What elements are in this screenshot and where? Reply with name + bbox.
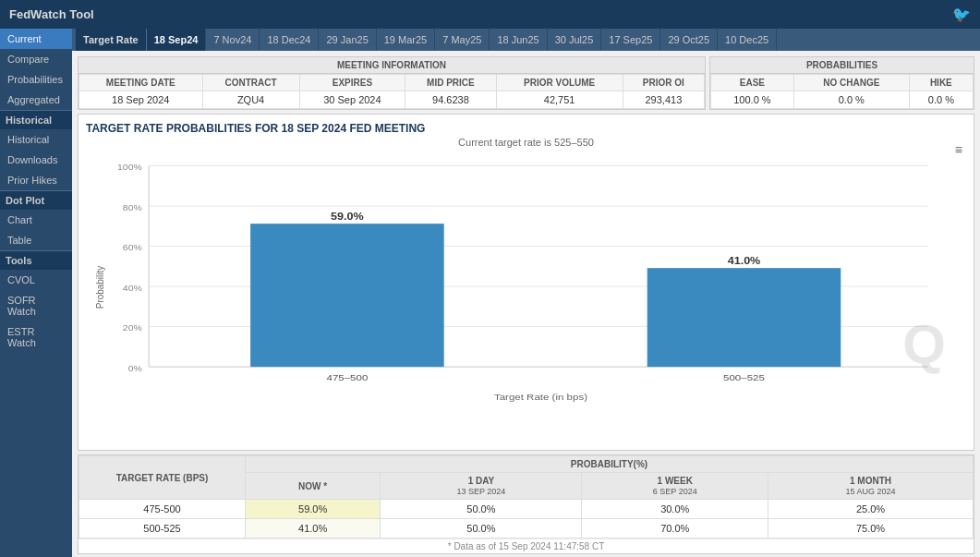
day1-500-525: 50.0% bbox=[381, 519, 582, 539]
svg-text:40%: 40% bbox=[123, 283, 142, 292]
probabilities-table: EASE NO CHANGE HIKE 100.0 % 0.0 % 0.0 % bbox=[710, 74, 974, 109]
ease-val: 100.0 % bbox=[711, 91, 794, 109]
tab-29jan25[interactable]: 29 Jan25 bbox=[319, 29, 376, 51]
bar-chart-svg: Probability 100% 80% 60% 40% 20% 0% bbox=[86, 153, 957, 421]
svg-text:Probability: Probability bbox=[93, 265, 105, 309]
col-expires: EXPIRES bbox=[299, 75, 405, 91]
tab-18dec24[interactable]: 18 Dec24 bbox=[260, 29, 319, 51]
col-1day: 1 DAY13 SEP 2024 bbox=[381, 473, 582, 500]
tab-17sep25[interactable]: 17 Sep25 bbox=[601, 29, 660, 51]
tab-18jun25[interactable]: 18 Jun25 bbox=[490, 29, 547, 51]
col-meeting-date: MEETING DATE bbox=[79, 75, 203, 91]
svg-text:80%: 80% bbox=[123, 202, 142, 212]
bottom-prob-table: TARGET RATE (BPS) PROBABILITY(%) NOW * 1… bbox=[79, 455, 974, 539]
day1-475-500: 50.0% bbox=[381, 500, 582, 519]
col-now: NOW * bbox=[246, 473, 381, 500]
tab-10dec25[interactable]: 10 Dec25 bbox=[718, 29, 777, 51]
bar-500-525 bbox=[647, 268, 841, 367]
sidebar-item-current[interactable]: Current bbox=[0, 29, 72, 49]
sidebar-item-cvol[interactable]: CVOL bbox=[0, 270, 72, 290]
probabilities-title: PROBABILITIES bbox=[710, 57, 974, 74]
tab-29oct25[interactable]: 29 Oct25 bbox=[660, 29, 718, 51]
col-prior-oi: PRIOR OI bbox=[623, 75, 704, 91]
sidebar-item-downloads[interactable]: Downloads bbox=[0, 150, 72, 170]
app-title: FedWatch Tool bbox=[9, 7, 94, 21]
mid-price-val: 94.6238 bbox=[405, 91, 496, 109]
chart-container: TARGET RATE PROBABILITIES FOR 18 SEP 202… bbox=[78, 114, 974, 451]
sidebar-item-probabilities[interactable]: Probabilities bbox=[0, 69, 72, 90]
week1-475-500: 30.0% bbox=[582, 500, 768, 519]
svg-text:100%: 100% bbox=[117, 163, 142, 172]
tab-19mar25[interactable]: 19 Mar25 bbox=[377, 29, 435, 51]
month1-475-500: 25.0% bbox=[768, 500, 974, 519]
col-1month: 1 MONTH15 AUG 2024 bbox=[768, 473, 974, 500]
col-target-rate: TARGET RATE (BPS) bbox=[79, 456, 246, 500]
meeting-date-val: 18 Sep 2024 bbox=[79, 91, 203, 109]
expires-val: 30 Sep 2024 bbox=[299, 91, 405, 109]
tab-30jul25[interactable]: 30 Jul25 bbox=[548, 29, 602, 51]
svg-text:0%: 0% bbox=[128, 363, 142, 372]
col-no-change: NO CHANGE bbox=[793, 75, 909, 91]
sidebar-item-prior-hikes[interactable]: Prior Hikes bbox=[0, 170, 72, 190]
tab-7may25[interactable]: 7 May25 bbox=[435, 29, 490, 51]
meeting-info-block: MEETING INFORMATION MEETING DATE CONTRAC… bbox=[78, 56, 706, 110]
sidebar: Current Compare Probabilities Aggregated… bbox=[0, 29, 72, 557]
target-rate-tab[interactable]: Target Rate bbox=[76, 29, 147, 51]
month1-500-525: 75.0% bbox=[768, 519, 974, 539]
col-mid-price: MID PRICE bbox=[405, 75, 496, 91]
svg-text:60%: 60% bbox=[123, 243, 142, 252]
col-1week: 1 WEEK6 SEP 2024 bbox=[582, 473, 768, 500]
table-footnote: * Data as of 15 Sep 2024 11:47:58 CT bbox=[79, 539, 974, 553]
meeting-info-title: MEETING INFORMATION bbox=[79, 57, 705, 74]
table-row: 500-525 41.0% 50.0% 70.0% 75.0% bbox=[79, 519, 974, 539]
sidebar-historical-header: Historical bbox=[0, 110, 72, 129]
sidebar-item-table[interactable]: Table bbox=[0, 230, 72, 250]
sidebar-item-historical[interactable]: Historical bbox=[0, 129, 72, 150]
col-prior-volume: PRIOR VOLUME bbox=[496, 75, 623, 91]
now-475-500: 59.0% bbox=[246, 500, 381, 519]
svg-text:20%: 20% bbox=[123, 323, 142, 333]
svg-text:Target Rate (in bps): Target Rate (in bps) bbox=[494, 392, 587, 402]
prior-volume-val: 42,751 bbox=[496, 91, 623, 109]
tab-7nov24[interactable]: 7 Nov24 bbox=[206, 29, 260, 51]
tabs-bar: Target Rate 18 Sep24 7 Nov24 18 Dec24 29… bbox=[72, 29, 980, 51]
svg-text:41.0%: 41.0% bbox=[728, 254, 761, 265]
col-ease: EASE bbox=[711, 75, 794, 91]
meeting-info-row: 18 Sep 2024 ZQU4 30 Sep 2024 94.6238 42,… bbox=[79, 91, 705, 109]
probabilities-block: PROBABILITIES EASE NO CHANGE HIKE bbox=[709, 56, 974, 110]
sidebar-item-estr[interactable]: ESTR Watch bbox=[0, 321, 72, 353]
svg-text:475–500: 475–500 bbox=[326, 372, 368, 382]
col-contract: CONTRACT bbox=[202, 75, 299, 91]
prob-row: 100.0 % 0.0 % 0.0 % bbox=[711, 91, 974, 109]
chart-menu-icon[interactable]: ≡ bbox=[955, 142, 962, 157]
sidebar-item-chart[interactable]: Chart bbox=[0, 210, 72, 230]
bar-475-500 bbox=[250, 224, 444, 367]
sidebar-tools-header: Tools bbox=[0, 250, 72, 270]
sidebar-dotplot-header: Dot Plot bbox=[0, 190, 72, 210]
contract-val: ZQU4 bbox=[202, 91, 299, 109]
sidebar-item-compare[interactable]: Compare bbox=[0, 49, 72, 69]
watermark: Q bbox=[902, 312, 946, 376]
app-header: FedWatch Tool 🐦 bbox=[0, 0, 980, 29]
chart-title: TARGET RATE PROBABILITIES FOR 18 SEP 202… bbox=[86, 122, 966, 135]
col-hike: HIKE bbox=[909, 75, 973, 91]
no-change-val: 0.0 % bbox=[793, 91, 909, 109]
sidebar-item-sofr[interactable]: SOFR Watch bbox=[0, 290, 72, 321]
chart-subtitle: Current target rate is 525–550 bbox=[86, 137, 966, 148]
twitter-icon[interactable]: 🐦 bbox=[952, 6, 971, 23]
now-500-525: 41.0% bbox=[246, 519, 381, 539]
hike-val: 0.0 % bbox=[909, 91, 973, 109]
tab-18sep24[interactable]: 18 Sep24 bbox=[147, 29, 207, 51]
meeting-info-table: MEETING DATE CONTRACT EXPIRES MID PRICE … bbox=[79, 74, 705, 109]
sidebar-item-aggregated[interactable]: Aggregated bbox=[0, 90, 72, 110]
svg-text:500–525: 500–525 bbox=[723, 372, 765, 382]
bottom-prob-table-block: TARGET RATE (BPS) PROBABILITY(%) NOW * 1… bbox=[78, 454, 974, 554]
rate-475-500: 475-500 bbox=[79, 500, 246, 519]
rate-500-525: 500-525 bbox=[79, 519, 246, 539]
prior-oi-val: 293,413 bbox=[623, 91, 704, 109]
table-row: 475-500 59.0% 50.0% 30.0% 25.0% bbox=[79, 500, 974, 519]
prob-pct-header: PROBABILITY(%) bbox=[246, 456, 974, 473]
week1-500-525: 70.0% bbox=[582, 519, 768, 539]
svg-text:59.0%: 59.0% bbox=[331, 210, 364, 221]
